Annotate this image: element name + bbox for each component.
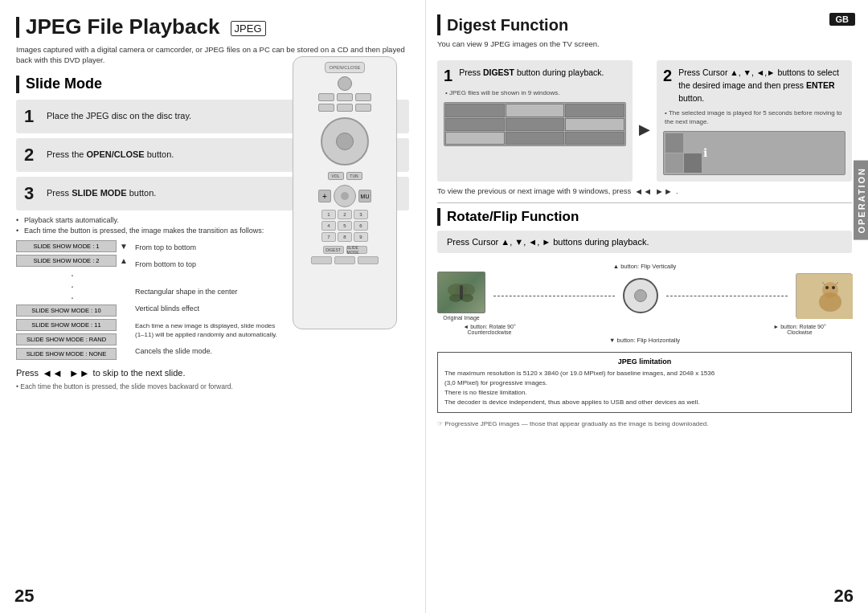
remote-left-btn: + bbox=[318, 190, 331, 202]
remote-open-close-btn: OPEN/CLOSE bbox=[325, 62, 365, 73]
slide-row-2: SLIDE SHOW MODE : 2 ▲ bbox=[16, 255, 129, 267]
rotate-section-title: Rotate/Flip Function bbox=[447, 209, 579, 225]
remote-control: OPEN/CLOSE bbox=[293, 56, 397, 329]
page-number-right: 26 bbox=[834, 586, 854, 607]
original-img-col: Original Image bbox=[437, 272, 485, 321]
next-icon: ►► bbox=[655, 186, 673, 196]
slide-col-left: SLIDE SHOW MODE : 1 ▼ SLIDE SHOW MODE : … bbox=[16, 240, 129, 362]
remote-num-4: 4 bbox=[321, 221, 336, 231]
digest-step-1-num: 1 bbox=[444, 67, 452, 85]
slide-mode-bar bbox=[16, 76, 19, 93]
rotate-step-box: Press Cursor ▲, ▼, ◄, ► buttons during p… bbox=[437, 231, 852, 253]
main-title-section: JPEG File Playback JPEG bbox=[16, 14, 409, 39]
title-bar bbox=[16, 17, 19, 38]
remote-bottom-row: DIGEST SLIDE MODE bbox=[323, 246, 367, 254]
step-2-bold: OPEN/CLOSE bbox=[87, 149, 145, 159]
view-line-text: To view the previous or next image with … bbox=[437, 186, 631, 195]
digest-title-section: Digest Function bbox=[437, 14, 852, 35]
digest-cell-8 bbox=[506, 132, 565, 145]
skip-line: Press ◄◄ ►► to skip to the next slide. bbox=[16, 367, 409, 379]
step-2-text: Press the OPEN/CLOSE button. bbox=[47, 149, 174, 161]
remote-extra-1 bbox=[311, 256, 332, 264]
limitation-text: The maximum resolution is 5120 x 3840 (o… bbox=[444, 369, 845, 407]
digest-thumb-grid bbox=[665, 133, 702, 173]
digest-cell-1 bbox=[445, 104, 505, 116]
digest-subtitle: You can view 9 JPEG images on the TV scr… bbox=[437, 39, 852, 49]
remote-nav-mini bbox=[334, 185, 356, 207]
digest-title-bar bbox=[437, 14, 440, 35]
remote-num-2: 2 bbox=[338, 210, 352, 219]
view-line: To view the previous or next image with … bbox=[437, 186, 852, 196]
dashed-line-left bbox=[493, 296, 615, 296]
prev-icon: ◄◄ bbox=[634, 186, 652, 196]
operation-tab: OPERATION bbox=[854, 161, 868, 240]
digest-step-1-header: 1 Press DIGEST button during playback. bbox=[444, 67, 626, 85]
remote-vol-btn: VOL bbox=[328, 172, 344, 180]
remote-enter-btn bbox=[336, 133, 354, 150]
digest-step-arrow: ▶ bbox=[639, 60, 650, 182]
remote-btn-e bbox=[337, 104, 353, 112]
slide-label-none: SLIDE SHOW MODE : NONE bbox=[16, 348, 117, 360]
rotate-step-text: Press Cursor ▲, ▼, ◄, ► buttons during p… bbox=[447, 237, 649, 247]
dot-2: · bbox=[71, 280, 74, 292]
remote-row-2 bbox=[318, 93, 371, 101]
remote-num-1: 1 bbox=[321, 210, 336, 219]
digest-step-1-note: JPEG files will be shown in 9 windows. bbox=[444, 88, 626, 97]
slide-row-10: SLIDE SHOW MODE : 10 bbox=[16, 304, 129, 317]
digest-large-img bbox=[709, 152, 843, 153]
remote-num-grid: 1 2 3 4 5 6 7 8 9 bbox=[321, 210, 368, 242]
rotate-diagram-row: Original Image bbox=[437, 272, 852, 321]
slide-row-none: SLIDE SHOW MODE : NONE bbox=[16, 348, 129, 360]
rotate-bar bbox=[437, 208, 440, 226]
digest-cell-2 bbox=[506, 104, 565, 116]
nav-inner bbox=[634, 289, 647, 302]
remote-tuner-btn: TUN bbox=[346, 172, 362, 180]
slide-arrow-2: ▲ bbox=[120, 256, 128, 265]
rotate-cw-label: ► button: Rotate 90° Clockwise bbox=[764, 324, 836, 335]
rotate-left: ◄ bbox=[528, 237, 537, 247]
digest-step-1: 1 Press DIGEST button during playback. J… bbox=[437, 60, 633, 182]
nav-circle-col bbox=[623, 278, 658, 313]
digest-step-2-header: 2 Press Cursor ▲, ▼, ◄,► buttons to sele… bbox=[663, 67, 845, 104]
skip-note: • Each time the button is pressed, the s… bbox=[16, 382, 409, 390]
slide-label-rand: SLIDE SHOW MODE : RAND bbox=[16, 333, 117, 345]
slide-label-10: SLIDE SHOW MODE : 10 bbox=[16, 304, 117, 317]
rotate-diagram-container: ▲ button: Flip Vertically Original Image bbox=[437, 260, 852, 347]
digest-cell-5 bbox=[506, 118, 565, 131]
left-with-remote: 1 Place the JPEG disc on the disc tray. … bbox=[16, 100, 409, 390]
step-3-bold: SLIDE MODE bbox=[72, 188, 126, 198]
rotate-up: ▲ bbox=[501, 237, 510, 247]
remote-nav-area bbox=[321, 117, 369, 166]
digest-cell-4 bbox=[445, 118, 505, 131]
remote-btn-f bbox=[355, 104, 371, 112]
remote-extra-3 bbox=[358, 256, 379, 264]
svg-point-9 bbox=[832, 286, 835, 289]
remote-btn-c bbox=[355, 93, 371, 101]
limitation-title: JPEG limitation bbox=[444, 358, 845, 366]
dot-3: · bbox=[71, 292, 74, 303]
dots-col: · · · bbox=[16, 269, 129, 303]
flip-horizontal-label: ▼ button: Flip Horizontally bbox=[437, 337, 852, 344]
remote-btn-b bbox=[337, 93, 353, 101]
digest-step-2-image: ℹ bbox=[663, 131, 845, 175]
slide-label-1: SLIDE SHOW MODE : 1 bbox=[16, 240, 117, 252]
dot-1: · bbox=[71, 269, 74, 280]
dashed-line-right bbox=[666, 296, 788, 296]
skip-prev-button: ◄◄ bbox=[42, 367, 63, 379]
digest-cell-3 bbox=[565, 104, 624, 116]
step-1-num: 1 bbox=[24, 106, 39, 127]
remote-digest-btn: DIGEST bbox=[323, 246, 344, 254]
remote-num-7: 7 bbox=[321, 232, 336, 242]
gb-badge: GB bbox=[829, 13, 856, 26]
digest-step-1-text: Press DIGEST button during playback. bbox=[459, 67, 604, 80]
remote-btn-d bbox=[318, 104, 334, 112]
remote-nav-mini-center bbox=[341, 192, 349, 200]
divider bbox=[437, 202, 852, 203]
remote-power-btn bbox=[338, 76, 352, 91]
slide-row-1: SLIDE SHOW MODE : 1 ▼ bbox=[16, 240, 129, 252]
digest-bold: DIGEST bbox=[483, 67, 514, 77]
thumb-1 bbox=[665, 133, 683, 153]
svg-point-8 bbox=[825, 286, 829, 289]
slide-mode-title: Slide Mode bbox=[26, 76, 102, 92]
view-line-period: . bbox=[676, 186, 678, 195]
